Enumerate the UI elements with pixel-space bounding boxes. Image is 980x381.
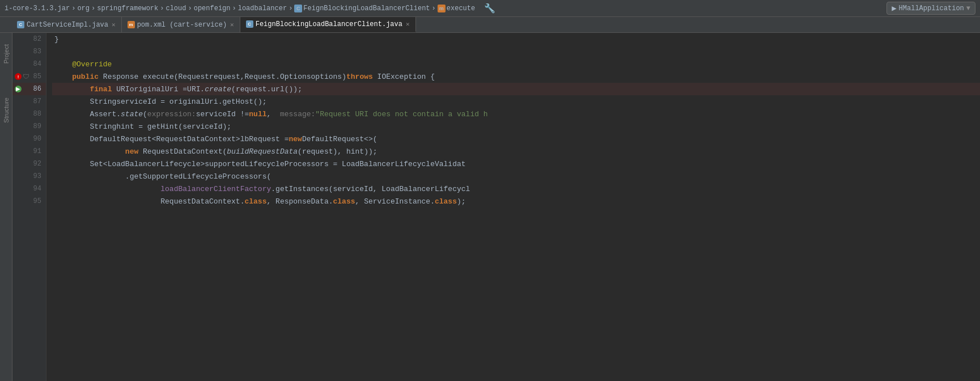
wrench-icon[interactable]: 🔧	[484, 3, 495, 14]
tab-feign-icon: C	[246, 20, 253, 28]
code-92-indent	[54, 160, 90, 168]
code-line-82: }	[52, 33, 980, 45]
code-85-request-options: Request.Options	[245, 73, 311, 81]
gutter-line-89: 89	[12, 120, 46, 133]
code-line-88: Assert. state ( expression: serviceId !=…	[52, 108, 980, 120]
code-85-method: execute(	[143, 73, 178, 81]
code-95-sep2: , ServiceInstance.	[355, 197, 435, 206]
code-87-indent	[54, 98, 90, 106]
line-num-92: 92	[33, 160, 41, 168]
code-87-content: serviceId = originalUri.getHost();	[116, 98, 266, 106]
tab-pom-icon: m	[128, 21, 135, 28]
breadcrumb-method-name[interactable]: execute	[447, 5, 475, 12]
tabs-bar: C CartServiceImpl.java ✕ m pom.xml (cart…	[0, 17, 980, 33]
line-num-93: 93	[33, 172, 41, 180]
code-85-throws: throws	[346, 73, 373, 81]
breakpoint-85[interactable]: !	[15, 73, 22, 80]
code-line-92: Set<LoadBalancerLifecycle> supportedLife…	[52, 158, 980, 170]
code-88-indent	[54, 110, 90, 118]
code-82-content: }	[54, 35, 59, 44]
code-85-param2: options)	[311, 73, 346, 81]
code-86-create: .create	[200, 85, 231, 94]
gutter-line-85: ! 🛡 85	[12, 70, 46, 83]
breadcrumb-sep-4: ›	[188, 5, 192, 12]
code-85-space3	[373, 73, 377, 81]
code-line-83	[52, 45, 980, 58]
tab-pom[interactable]: m pom.xml (cart-service) ✕	[122, 17, 240, 32]
gutter-line-87: 87	[12, 95, 46, 108]
run-icon: ▶	[892, 3, 896, 13]
code-91-new: new	[125, 147, 138, 156]
code-95-class2: class	[333, 197, 355, 206]
tab-feign-close[interactable]: ✕	[406, 20, 410, 28]
code-86-indent	[54, 85, 90, 94]
code-94-content: .getInstances(serviceId, LoadBalancerLif…	[271, 185, 470, 193]
tab-feign-label: FeignBlockingLoadBalancerClient.java	[256, 20, 402, 28]
code-line-84: @Override	[52, 58, 980, 70]
code-line-90: DefaultRequest<RequestDataContext> lbReq…	[52, 133, 980, 145]
dropdown-arrow-icon: ▼	[966, 5, 970, 12]
tab-pom-label: pom.xml (cart-service)	[137, 21, 227, 29]
code-94-indent	[54, 185, 160, 193]
code-90-defaultrequest: DefaultRequest<RequestDataContext>	[90, 135, 240, 143]
code-90-indent	[54, 135, 90, 143]
gutter-line-88: 88	[12, 108, 46, 120]
run-config-button[interactable]: ▶ HMallApplication ▼	[886, 2, 975, 15]
code-88-null: null	[249, 110, 266, 118]
breadcrumb-org[interactable]: org	[77, 5, 90, 12]
side-structure-label[interactable]: Structure	[3, 98, 10, 123]
tab-pom-close[interactable]: ✕	[230, 21, 234, 28]
code-89-content: hint = getHint(serviceId);	[116, 122, 231, 131]
breadcrumb-openfeign[interactable]: openfeign	[194, 5, 231, 12]
tab-feign[interactable]: C FeignBlockingLoadBalancerClient.java ✕	[240, 17, 416, 32]
line-num-83: 83	[33, 48, 41, 56]
breadcrumb-cloud[interactable]: cloud	[166, 5, 186, 12]
code-93-indent	[54, 172, 125, 181]
code-91-buildrequestdata: buildRequestData	[227, 147, 298, 156]
breadcrumb-class-icon: C	[294, 5, 302, 12]
code-95-sep1: , ResponseData.	[266, 197, 333, 206]
gutter-line-90: 90	[12, 133, 46, 145]
breadcrumb-sep-6: ›	[289, 5, 292, 12]
code-85-response: Response	[103, 73, 138, 81]
gutter-line-84: 84	[12, 58, 46, 70]
code-editor[interactable]: } @Override public Response execute( Req…	[46, 33, 980, 381]
code-88-assert: Assert.	[90, 110, 121, 118]
code-92-set: Set<LoadBalancerLifecycle>	[90, 160, 205, 168]
shield-marker-85: 🛡	[23, 73, 29, 81]
code-95-class1: class	[244, 197, 266, 206]
breadcrumb-loadbalancer[interactable]: loadbalancer	[238, 5, 287, 12]
line-num-95: 95	[33, 197, 41, 205]
editor-wrapper: 82 83 84 ! 🛡 85 ▶ 8	[12, 33, 980, 381]
breadcrumb-class-name[interactable]: FeignBlockingLoadBalancerClient	[303, 5, 430, 12]
code-90-var: lbRequest =	[240, 135, 289, 143]
line-num-87: 87	[33, 98, 41, 105]
breakpoint-86[interactable]: ▶	[15, 86, 22, 92]
code-88-serviceid: serviceId !=	[196, 110, 249, 118]
breadcrumb-sep-3: ›	[160, 5, 164, 12]
side-project-label[interactable]: Project	[3, 44, 10, 64]
line-num-89: 89	[33, 122, 41, 130]
code-86-uri-class: URI	[187, 85, 200, 94]
code-85-space1	[99, 73, 103, 81]
code-87-string: String	[90, 98, 116, 106]
line-num-82: 82	[33, 35, 41, 43]
code-88-string-msg: "Request URI does not contain a valid h	[315, 110, 487, 118]
breadcrumb-springframework[interactable]: springframework	[97, 5, 158, 12]
code-83-content	[54, 48, 59, 56]
code-86-uri-type: URI	[116, 85, 129, 94]
tab-cart[interactable]: C CartServiceImpl.java ✕	[11, 17, 122, 32]
code-88-paren: (	[143, 110, 147, 118]
breadcrumb-jar[interactable]: i-core-3.1.3.jar	[5, 5, 70, 12]
code-95-class3: class	[435, 197, 457, 206]
code-85-indent	[54, 73, 72, 81]
code-89-string: String	[90, 122, 116, 131]
code-86-varname: originalUri =	[130, 85, 187, 94]
gutter-line-94: 94	[12, 183, 46, 195]
code-85-ioexception: IOException {	[377, 73, 435, 81]
side-panel: Project Structure	[0, 33, 12, 381]
code-line-86: final URI originalUri = URI .create (req…	[52, 83, 980, 95]
code-85-request-type: Request	[179, 73, 210, 81]
run-config-label: HMallApplication	[899, 5, 964, 12]
tab-cart-close[interactable]: ✕	[112, 21, 116, 28]
